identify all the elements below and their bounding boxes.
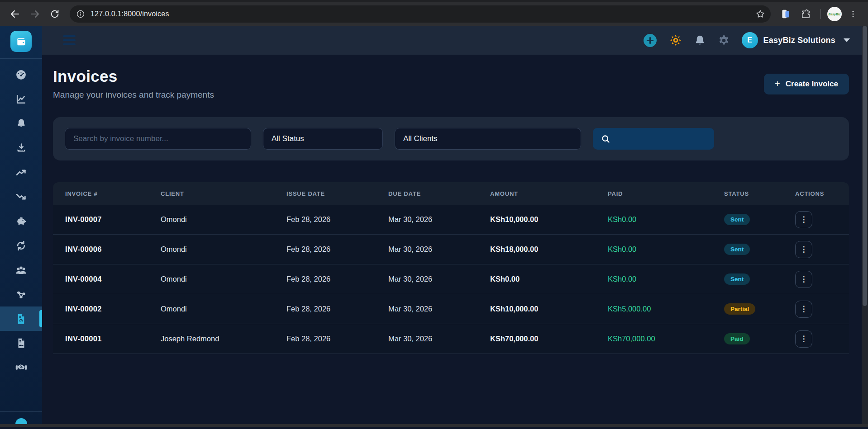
trend-up-icon — [15, 167, 27, 178]
sidebar-item-invoices[interactable]: $ — [0, 306, 42, 331]
bookmark-star-icon[interactable] — [755, 9, 765, 19]
piggy-bank-icon — [15, 215, 27, 227]
clients-filter-select[interactable]: All Clients — [395, 128, 581, 150]
table-row: INV-00004 Omondi Feb 28, 2026 Mar 30, 20… — [53, 264, 849, 294]
amount: KSh10,000.00 — [490, 305, 608, 313]
browser-back-button[interactable] — [6, 5, 24, 23]
invoice-number: INV-00001 — [65, 335, 161, 343]
issue-date: Feb 28, 2026 — [286, 275, 388, 283]
filter-bar: All Status All Clients — [53, 117, 849, 160]
browser-forward-button[interactable] — [26, 5, 43, 23]
client-name: Omondi — [161, 305, 286, 313]
sidebar-item-savings[interactable] — [0, 209, 42, 233]
issue-date: Feb 28, 2026 — [286, 335, 388, 343]
amount: KSh10,000.00 — [490, 215, 608, 224]
trend-down-icon — [15, 191, 27, 203]
sidebar-divider-bottom — [0, 411, 42, 412]
row-actions-button[interactable]: ⋮ — [795, 271, 812, 288]
kebab-menu-icon — [849, 9, 858, 19]
status-filter-select[interactable]: All Status — [263, 128, 383, 150]
sidebar-item-analytics[interactable] — [0, 87, 42, 111]
client-name: Omondi — [161, 245, 286, 254]
sidebar-item-quotes[interactable] — [0, 331, 42, 355]
row-actions-button[interactable]: ⋮ — [795, 211, 812, 228]
due-date: Mar 30, 2026 — [388, 215, 490, 224]
gear-icon — [718, 34, 730, 47]
browser-menu-button[interactable] — [844, 5, 862, 23]
app-logo[interactable] — [10, 31, 32, 52]
sidebar-item-sales-trend[interactable] — [0, 160, 42, 184]
account-menu[interactable]: E EasyBiz Solutions — [742, 32, 850, 48]
due-date: Mar 30, 2026 — [388, 335, 490, 343]
forward-arrow-icon — [29, 9, 40, 19]
company-name: EasyBiz Solutions — [763, 36, 835, 45]
notifications-button[interactable] — [694, 34, 706, 47]
address-bar[interactable]: 127.0.0.1:8000/invoices — [70, 5, 771, 23]
wallet-icon — [15, 36, 27, 47]
sidebar-item-income[interactable] — [0, 136, 42, 160]
theme-toggle-button[interactable] — [669, 34, 682, 47]
create-invoice-button[interactable]: + Create Invoice — [764, 74, 849, 94]
browser-reload-button[interactable] — [46, 5, 63, 23]
paid-amount: KSh0.00 — [608, 215, 724, 224]
sidebar-item-expenses-trend[interactable] — [0, 184, 42, 209]
invoice-number: INV-00006 — [65, 245, 161, 254]
sidebar-item-transactions[interactable] — [0, 233, 42, 258]
browser-profile-avatar[interactable]: EasyBiz — [827, 7, 842, 21]
browser-toolbar: 127.0.0.1:8000/invoices EasyBiz — [0, 0, 868, 26]
active-indicator — [39, 310, 42, 327]
table-row: INV-00001 Joseph Redmond Feb 28, 2026 Ma… — [53, 324, 849, 354]
col-paid: PAID — [608, 190, 724, 197]
col-due-date: DUE DATE — [388, 190, 490, 197]
row-actions-button[interactable]: ⋮ — [795, 241, 812, 258]
page-title: Invoices — [53, 67, 214, 85]
client-name: Omondi — [161, 275, 286, 283]
sidebar-item-integrations[interactable] — [0, 282, 42, 306]
hamburger-icon — [63, 35, 76, 37]
file-signature-icon — [16, 338, 27, 349]
clients-filter-value: All Clients — [403, 134, 438, 143]
sidebar-item-customers[interactable] — [0, 258, 42, 282]
search-button[interactable] — [593, 128, 714, 150]
table-header-row: INVOICE # CLIENT ISSUE DATE DUE DATE AMO… — [53, 182, 849, 205]
settings-button[interactable] — [718, 34, 730, 47]
scrollbar-thumb[interactable] — [863, 26, 867, 306]
amount: KSh70,000.00 — [490, 335, 608, 343]
client-name: Omondi — [161, 215, 286, 224]
sidebar-toggle-button[interactable] — [63, 35, 76, 45]
company-avatar: E — [742, 32, 758, 48]
sidebar-bottom-avatar[interactable] — [15, 418, 27, 424]
table-row: INV-00007 Omondi Feb 28, 2026 Mar 30, 20… — [53, 205, 849, 235]
col-amount: AMOUNT — [490, 190, 608, 197]
client-name: Joseph Redmond — [161, 335, 286, 343]
page-scrollbar[interactable] — [862, 26, 868, 424]
issue-date: Feb 28, 2026 — [286, 245, 388, 254]
toolbar-divider — [820, 9, 821, 19]
col-status: STATUS — [724, 190, 795, 197]
sidebar-item-dashboard[interactable] — [0, 62, 42, 87]
invoice-number: INV-00007 — [65, 215, 161, 224]
url-text[interactable]: 127.0.0.1:8000/invoices — [91, 10, 755, 18]
quick-add-button[interactable] — [643, 33, 658, 48]
download-tray-icon — [16, 142, 27, 153]
sun-icon — [669, 34, 682, 47]
status-badge: Paid — [724, 333, 750, 344]
invoices-table: INVOICE # CLIENT ISSUE DATE DUE DATE AMO… — [53, 182, 849, 354]
row-actions-button[interactable]: ⋮ — [795, 330, 812, 348]
create-invoice-label: Create Invoice — [786, 80, 838, 89]
sidebar-item-deals[interactable] — [0, 355, 42, 380]
paid-amount: KSh5,000.00 — [608, 305, 724, 313]
search-input[interactable] — [65, 128, 251, 150]
amount: KSh18,000.00 — [490, 245, 608, 254]
paid-amount: KSh0.00 — [608, 245, 724, 254]
invoice-number: INV-00002 — [65, 305, 161, 313]
extensions-button[interactable] — [797, 5, 814, 23]
sidebar-item-notifications[interactable] — [0, 111, 42, 136]
row-actions-button[interactable]: ⋮ — [795, 301, 812, 318]
users-icon — [15, 264, 27, 276]
side-panel-button[interactable] — [777, 5, 794, 23]
reload-icon — [50, 9, 60, 19]
sidebar: $ — [0, 26, 42, 424]
plus-icon: + — [775, 79, 780, 89]
site-info-icon[interactable] — [76, 9, 85, 19]
